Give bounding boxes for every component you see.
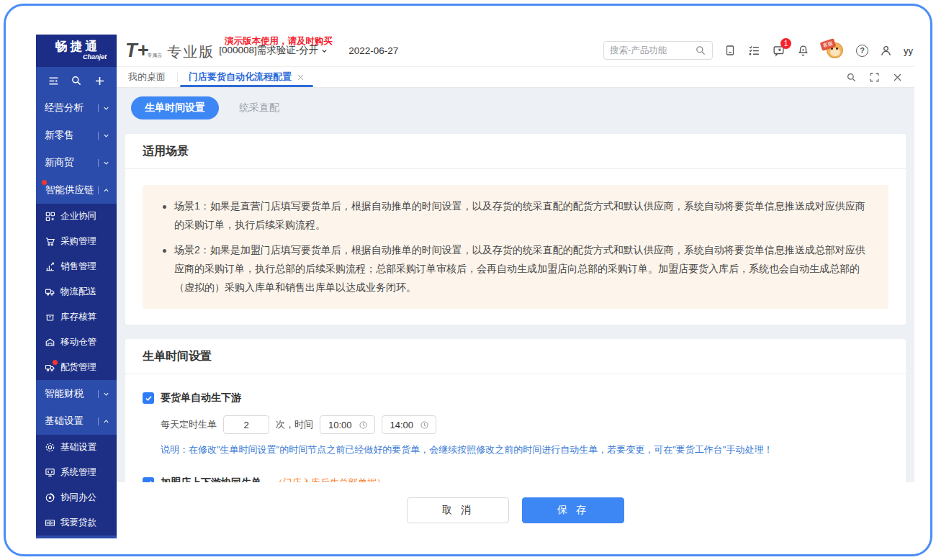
purchase-cart-icon <box>45 236 55 247</box>
bullet-dot <box>163 205 166 209</box>
mobile-warehouse-icon <box>45 337 55 348</box>
fullscreen-icon[interactable] <box>869 72 880 83</box>
product-search-box[interactable] <box>603 41 713 60</box>
sidebar-group-business-analysis[interactable]: 经营分析 <box>36 94 117 122</box>
sidebar-item-enterprise-collab[interactable]: 企业协同 <box>36 204 117 229</box>
main-area: 我的桌面 门店要货自动化流程配置 <box>117 67 914 538</box>
page-content: 生单时间设置 统采直配 适用场景 场景1：如果是直营门店填写要货单后，根据自动推 <box>117 88 914 482</box>
sidebar-item-sales-mgmt[interactable]: 销售管理 <box>36 254 117 279</box>
checkbox-checked[interactable] <box>143 392 154 404</box>
close-icon[interactable] <box>892 72 903 83</box>
sidebar-toolbar <box>36 67 117 94</box>
plus-icon[interactable] <box>94 75 106 87</box>
delivery-truck-icon <box>45 362 55 373</box>
tab-bar: 我的桌面 门店要货自动化流程配置 <box>117 67 914 88</box>
option-hint: （门店入库后生总部单据） <box>274 477 386 482</box>
scenario-item: 场景1：如果是直营门店填写要货单后，根据自动推单的时间设置，以及存货的统采直配的… <box>163 197 868 235</box>
search-icon[interactable] <box>71 75 82 86</box>
settings-note: 说明：在修改"生单时间设置"的时间节点之前已经做好的要货单，会继续按照修改之前的… <box>161 443 888 456</box>
sidebar-item-loan[interactable]: 我要贷款 <box>36 510 117 536</box>
office-icon <box>45 492 55 503</box>
time-picker-1[interactable]: 10:00 <box>320 415 375 434</box>
scenario-note-box: 场景1：如果是直营门店填写要货单后，根据自动推单的时间设置，以及存货的统采直配的… <box>143 185 888 309</box>
chevron-up-icon <box>102 417 110 425</box>
times-per-day-input[interactable] <box>223 415 269 434</box>
sidebar-item-logistics[interactable]: 物流配送 <box>36 279 117 304</box>
bullet-dot <box>163 249 166 253</box>
daily-times-row: 每天定时生单 次，时间 10:00 <box>161 415 888 434</box>
subtab-order-time-settings[interactable]: 生单时间设置 <box>131 96 219 119</box>
username-label[interactable]: yy <box>904 45 913 56</box>
auto-downstream-option: 要货单自动生下游 <box>143 392 888 405</box>
tab-store-replenish-config[interactable]: 门店要货自动化流程配置 <box>177 67 316 87</box>
org-collab-icon <box>45 211 55 222</box>
todo-list-icon[interactable] <box>747 44 761 58</box>
sidebar-item-system-mgmt[interactable]: 系统管理 <box>36 460 117 485</box>
footer-actions: 取 消 保 存 <box>117 482 914 538</box>
product-edition-label: 专业版 <box>167 45 215 59</box>
search-input[interactable] <box>610 45 690 55</box>
header-right-tools: 1 客服 ? <box>603 40 914 60</box>
chanjet-logo: 畅捷通 Chanjet <box>36 35 117 67</box>
tab-my-desktop[interactable]: 我的桌面 <box>117 67 177 87</box>
search-icon[interactable] <box>846 72 857 83</box>
chevron-down-icon <box>102 390 110 398</box>
chevron-down-icon <box>102 104 110 112</box>
card-title: 生单时间设置 <box>125 339 906 374</box>
chevron-down-icon <box>102 132 110 140</box>
user-icon[interactable] <box>879 44 893 58</box>
screenshot-root: 畅捷通 Chanjet T+ 专属云 专业版 [000008]需求验证-分开 <box>0 0 936 560</box>
calculator-icon[interactable] <box>724 44 737 57</box>
sidebar-group-new-retail[interactable]: 新零售 <box>36 122 117 149</box>
chevron-up-icon <box>102 186 110 194</box>
order-time-settings-card: 生单时间设置 要货单自动生下游 每天定时生单 <box>125 339 906 482</box>
product-cloud-label: 专属云 <box>147 52 162 59</box>
logo-text-en: Chanjet <box>83 54 117 61</box>
sub-tabs: 生单时间设置 统采直配 <box>125 93 906 123</box>
message-icon[interactable]: 1 <box>772 44 786 58</box>
sidebar-group-smart-supply-chain[interactable]: 智能供应链 <box>36 176 117 204</box>
banknote-icon <box>45 518 55 528</box>
current-date: 2022-06-27 <box>348 45 398 56</box>
time-picker-2[interactable]: 14:00 <box>382 415 437 434</box>
window-frame: 畅捷通 Chanjet T+ 专属云 专业版 [000008]需求验证-分开 <box>4 4 932 556</box>
sidebar-group-new-trade[interactable]: 新商贸 <box>36 149 117 176</box>
option-label: 要货单自动生下游 <box>161 392 241 405</box>
sidebar-group-smart-finance[interactable]: 智能财税 <box>36 380 117 407</box>
message-badge: 1 <box>780 38 791 49</box>
product-logo: T+ 专属云 专业版 <box>125 42 215 59</box>
sidebar-nav: 经营分析 新零售 新商贸 <box>36 67 117 538</box>
menu-collapse-icon[interactable] <box>48 75 60 87</box>
cancel-button[interactable]: 取 消 <box>407 497 509 523</box>
help-icon[interactable]: ? <box>856 45 868 57</box>
service-mascot-icon[interactable]: 客服 <box>821 40 845 60</box>
app-window: 畅捷通 Chanjet T+ 专属云 专业版 [000008]需求验证-分开 <box>36 35 914 538</box>
gear-icon <box>45 442 55 453</box>
search-icon[interactable] <box>695 45 706 56</box>
save-button[interactable]: 保 存 <box>522 497 624 523</box>
subtab-unified-purchase[interactable]: 统采直配 <box>239 101 279 114</box>
logistics-truck-icon <box>45 286 55 297</box>
sales-chart-icon <box>45 261 55 272</box>
sidebar-item-mobile-warehouse[interactable]: 移动仓管 <box>36 330 117 355</box>
tplus-logo-text: T+ <box>125 42 148 59</box>
scenario-item: 场景2：如果是加盟门店填写要货单后，根据自动推单的时间设置，以及存货的统采直配的… <box>163 241 868 297</box>
sidebar-item-purchase-mgmt[interactable]: 采购管理 <box>36 229 117 254</box>
sidebar-item-inventory-accounting[interactable]: 库存核算 <box>36 304 117 330</box>
applicable-scenarios-card: 适用场景 场景1：如果是直营门店填写要货单后，根据自动推单的时间设置，以及存货的… <box>125 134 906 325</box>
top-header: 畅捷通 Chanjet T+ 专属云 专业版 [000008]需求验证-分开 <box>36 35 914 67</box>
sidebar-item-collab-office[interactable]: 协同办公 <box>36 485 117 510</box>
notification-dot <box>53 360 58 365</box>
sidebar-group-basic-settings[interactable]: 基础设置 <box>36 407 117 435</box>
basic-settings-submenu: 基础设置 系统管理 协同办公 我要贷款 <box>36 435 117 536</box>
close-tab-icon[interactable] <box>297 73 305 81</box>
sidebar-item-delivery-mgmt[interactable]: 配货管理 <box>36 355 117 380</box>
logo-text-cn: 畅捷通 <box>53 40 101 54</box>
tabbar-tools <box>846 67 914 87</box>
sidebar-item-basic-setup[interactable]: 基础设置 <box>36 435 117 460</box>
clock-icon <box>359 420 368 430</box>
chevron-down-icon <box>320 47 328 55</box>
bell-icon[interactable] <box>796 44 810 58</box>
demo-version-notice: 演示版本使用，请及时购买 <box>225 35 333 48</box>
supply-chain-submenu: 企业协同 采购管理 销售管理 物流配送 <box>36 204 117 380</box>
